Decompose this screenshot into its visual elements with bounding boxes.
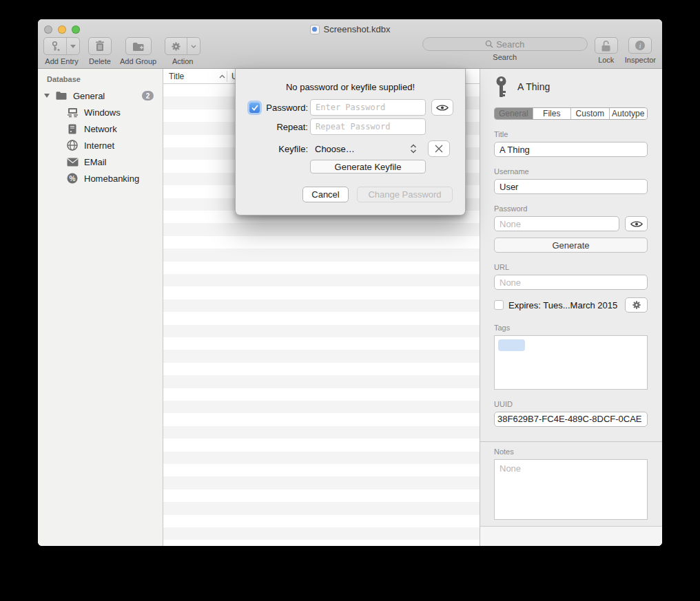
tool-search: Search Search: [422, 37, 588, 64]
reveal-password-button[interactable]: [625, 216, 648, 231]
add-entry-label: Add Entry: [45, 57, 78, 65]
lock-icon: [601, 40, 611, 52]
delete-button[interactable]: [88, 37, 112, 55]
svg-text:%: %: [70, 175, 76, 182]
url-field-label: URL: [494, 263, 648, 271]
tag-token[interactable]: [498, 339, 525, 351]
generate-keyfile-button[interactable]: Generate Keyfile: [310, 160, 426, 173]
password-field[interactable]: [494, 216, 619, 231]
tags-field[interactable]: [494, 335, 648, 390]
sheet-password-label: Password:: [260, 103, 308, 113]
sidebar-item-general[interactable]: General 2: [38, 87, 163, 104]
sheet-buttons: Cancel Change Password: [302, 187, 453, 202]
desktop-background: Screenshot.kdbx Add Entry: [0, 0, 700, 601]
group-sidebar: Database General 2 Windows Network: [38, 69, 163, 546]
app-window: Screenshot.kdbx Add Entry: [38, 19, 662, 546]
expires-settings-button[interactable]: [625, 297, 648, 313]
internet-globe-icon: [66, 140, 79, 151]
disclosure-triangle-icon[interactable]: [44, 94, 50, 98]
sidebar-item-label: General: [73, 91, 105, 101]
sidebar-item-label: Windows: [84, 107, 121, 118]
tool-add-entry: Add Entry: [43, 37, 80, 65]
sheet-keyfile-label: Keyfile:: [236, 144, 308, 154]
entry-header: A Thing: [494, 75, 648, 98]
key-plus-icon[interactable]: [44, 38, 66, 54]
uuid-field-label: UUID: [494, 400, 648, 408]
add-entry-dropdown-icon[interactable]: [66, 38, 79, 54]
title-field[interactable]: [494, 142, 648, 157]
info-icon: i: [635, 40, 646, 51]
tab-files[interactable]: Files: [533, 108, 571, 119]
username-field[interactable]: [494, 179, 648, 194]
tool-add-group: Add Group: [120, 37, 156, 65]
eye-icon: [630, 220, 643, 228]
trash-icon: [95, 41, 105, 52]
tab-custom[interactable]: Custom: [570, 108, 609, 119]
column-header-title[interactable]: Title: [163, 72, 219, 81]
expires-checkbox[interactable]: [494, 300, 504, 310]
tab-autotype[interactable]: Autotype: [609, 108, 648, 119]
sheet-message: No password or keyfile supplied!: [236, 82, 465, 92]
action-chevron-down-icon[interactable]: [187, 38, 200, 54]
notes-field-label: Notes: [494, 447, 648, 456]
tool-inspector: i Inspector: [625, 37, 656, 64]
uuid-field[interactable]: 38F629B7-FC4E-489C-8DCF-0CAE: [494, 412, 648, 427]
sidebar-item-label: Network: [84, 124, 117, 134]
change-password-sheet: No password or keyfile supplied! Passwor…: [235, 69, 466, 215]
entry-count-badge: 2: [142, 91, 154, 101]
add-entry-button[interactable]: [43, 37, 80, 55]
generate-password-button[interactable]: Generate: [494, 238, 648, 253]
email-envelope-icon: [66, 158, 79, 167]
close-x-icon: [435, 145, 443, 153]
sidebar-item-internet[interactable]: Internet: [38, 137, 163, 154]
delete-label: Delete: [89, 57, 111, 65]
tags-field-label: Tags: [494, 324, 648, 332]
inspector-label: Inspector: [625, 56, 656, 64]
folder-plus-icon: [132, 41, 145, 52]
inspector-divider: [480, 441, 662, 442]
svg-text:i: i: [639, 41, 641, 50]
password-field-label: Password: [494, 204, 648, 213]
sidebar-item-network[interactable]: Network: [38, 120, 163, 137]
inspector-tabs: General Files Custom Autotype: [494, 107, 648, 120]
tool-lock: Lock: [595, 37, 618, 64]
sidebar-item-windows[interactable]: Windows: [38, 104, 163, 120]
tab-general[interactable]: General: [495, 108, 533, 119]
add-group-button[interactable]: [125, 37, 152, 55]
sidebar-item-label: EMail: [84, 157, 107, 167]
column-divider[interactable]: [227, 71, 227, 82]
lock-button[interactable]: [595, 37, 618, 54]
title-field-label: Title: [494, 130, 648, 138]
change-password-button[interactable]: Change Password: [357, 187, 453, 202]
clear-keyfile-button[interactable]: [428, 140, 450, 157]
cancel-button[interactable]: Cancel: [302, 187, 349, 202]
repeat-row: Repeat:: [236, 118, 465, 135]
search-label: Search: [493, 53, 517, 61]
enter-password-input[interactable]: [310, 99, 426, 116]
toolbar-left: Add Entry Delete A: [43, 37, 200, 65]
action-button[interactable]: [165, 37, 200, 55]
key-icon: [494, 76, 508, 98]
tool-action: Action: [165, 37, 200, 65]
sheet-reveal-password-button[interactable]: [431, 99, 453, 116]
gear-icon: [632, 300, 641, 310]
sidebar-item-homebanking[interactable]: % Homebanking: [38, 170, 163, 187]
gear-icon[interactable]: [165, 38, 187, 54]
window-titlebar: Screenshot.kdbx: [38, 24, 662, 34]
repeat-password-input[interactable]: [310, 118, 426, 135]
url-field[interactable]: [494, 275, 648, 290]
search-placeholder: Search: [496, 39, 524, 50]
lock-label: Lock: [598, 56, 614, 64]
keyfile-popup-button[interactable]: Choose…: [315, 144, 410, 154]
notes-field[interactable]: None: [494, 459, 648, 520]
sort-ascending-icon: [219, 74, 225, 78]
inspector-button[interactable]: i: [628, 37, 652, 54]
inspector-footer: [480, 526, 662, 546]
window-header: Screenshot.kdbx Add Entry: [38, 19, 662, 69]
stepper-icon[interactable]: [410, 144, 417, 154]
sidebar-item-email[interactable]: EMail: [38, 154, 163, 170]
search-icon: [485, 40, 493, 48]
password-checkbox[interactable]: [249, 103, 260, 113]
search-input[interactable]: Search: [422, 37, 588, 51]
network-icon: [66, 124, 79, 134]
